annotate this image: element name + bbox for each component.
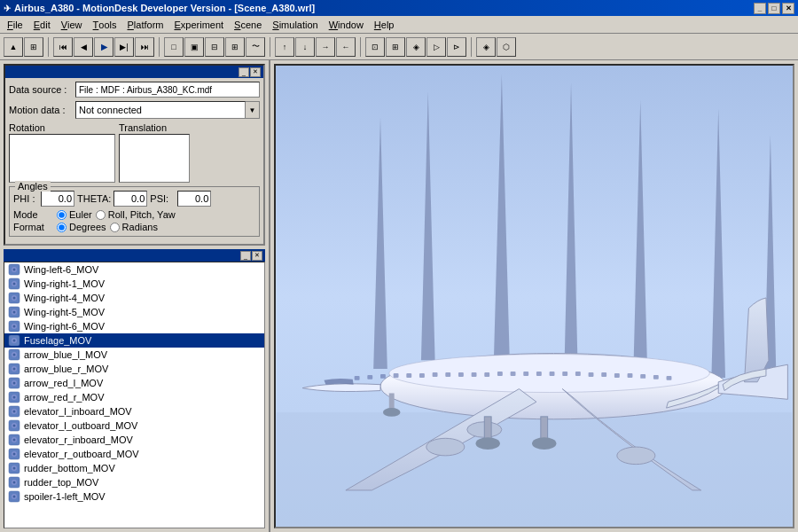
airplane-svg [276,66,793,527]
tree-item[interactable]: elevator_l_inboard_MOV [4,404,264,419]
tb-btn-rect2[interactable]: ▣ [184,37,204,57]
tree-item-label: arrow_blue_l_MOV [24,349,107,360]
main-layout: _ ✕ Data source : File : MDF : Airbus_A3… [0,60,798,532]
toolbar-group-4: ↑ ↓ → ← [275,37,356,57]
format-degrees-radio[interactable] [57,223,66,232]
tree-item[interactable]: Wing-right-5_MOV [4,305,264,319]
tree-item[interactable]: Wing-right-6_MOV [4,319,264,333]
mode-euler-radio[interactable] [57,210,66,220]
mode-row: Mode Euler Roll, Pitch, Yaw [13,209,255,220]
svg-point-17 [13,340,16,342]
menu-window[interactable]: Window [324,17,369,33]
tree-item[interactable]: arrow_blue_r_MOV [4,362,264,376]
tree-item-gear-icon [7,405,21,418]
tb-btn-arrow-up[interactable]: ▲ [4,37,23,57]
menu-tools[interactable]: Tools [88,17,122,33]
format-label: Format [13,222,53,232]
menu-scene[interactable]: Scene [229,17,267,33]
mode-label: Mode [13,209,53,220]
tb-btn-next[interactable]: ▶| [114,37,134,57]
motion-data-row: Motion data : Not connected Connected ▼ [9,101,260,119]
data-panel-close[interactable]: ✕ [250,67,261,77]
tree-item[interactable]: elevator_r_outboard_MOV [4,447,264,461]
phi-input[interactable] [41,191,74,207]
toolbar-sep-2 [159,37,160,57]
tb-btn-right[interactable]: → [316,37,335,57]
tb-btn-down[interactable]: ↓ [295,37,315,57]
tree-item[interactable]: arrow_red_r_MOV [4,390,264,404]
viewport [274,64,794,528]
motion-data-select[interactable]: Not connected Connected [75,101,246,119]
tree-panel-minimize[interactable]: _ [240,251,251,261]
maximize-button[interactable]: □ [768,3,780,14]
svg-rect-75 [406,373,411,378]
tree-item-gear-icon [7,363,21,375]
tb-btn-rect4[interactable]: ⊞ [225,37,245,57]
left-panel: _ ✕ Data source : File : MDF : Airbus_A3… [0,60,270,532]
tb-btn-hex[interactable]: ⬡ [497,37,516,57]
svg-point-11 [13,311,16,314]
tb-btn-rect3[interactable]: ⊟ [205,37,224,57]
tree-item[interactable]: Wing-left-6_MOV [4,262,264,277]
tree-item[interactable]: rudder_bottom_MOV [4,461,264,475]
svg-rect-88 [575,372,581,376]
data-panel-minimize[interactable]: _ [239,67,249,77]
mode-rpy-group: Roll, Pitch, Yaw [96,209,176,220]
tb-btn-view2[interactable]: ⊞ [386,37,405,57]
format-radians-radio[interactable] [110,223,120,232]
minimize-button[interactable]: _ [754,3,766,14]
tree-item[interactable]: Wing-right-4_MOV [4,291,264,305]
tree-panel-close[interactable]: ✕ [252,251,262,261]
tb-btn-view3[interactable]: ◈ [406,37,426,57]
tb-btn-view1[interactable]: ⊡ [365,37,385,57]
tree-item[interactable]: arrow_red_l_MOV [4,376,264,390]
tree-item[interactable]: Wing-right-1_MOV [4,277,264,291]
tree-item-gear-icon [7,434,21,446]
tb-btn-fastfwd[interactable]: ⏭ [135,37,154,57]
tree-item[interactable]: spoiler-1-left_MOV [4,489,264,504]
tb-btn-diamond[interactable]: ◈ [476,37,496,57]
motion-data-dropdown-arrow[interactable]: ▼ [246,101,260,119]
tree-item[interactable]: rudder_top_MOV [4,475,264,489]
tb-btn-play[interactable]: ▶ [94,37,113,57]
tree-item[interactable]: elevator_l_outboard_MOV [4,419,264,433]
rot-trans-row: Rotation Translation [9,122,260,183]
motion-data-label: Motion data : [9,105,75,115]
menu-help[interactable]: Help [369,17,400,33]
menu-view[interactable]: View [56,17,88,33]
close-button[interactable]: ✕ [782,3,794,14]
svg-rect-74 [394,373,399,378]
airplane-view [276,66,793,527]
tb-btn-up[interactable]: ↑ [275,37,294,57]
menu-file[interactable]: File [2,17,28,33]
tb-btn-left[interactable]: ← [336,37,356,57]
svg-point-35 [13,425,16,427]
tree-item[interactable]: elevator_r_inboard_MOV [4,433,264,447]
menu-simulation[interactable]: Simulation [267,17,323,33]
translation-label: Translation [119,122,190,133]
translation-section: Translation [119,122,190,183]
tree-item[interactable]: arrow_blue_l_MOV [4,348,264,362]
svg-rect-83 [511,372,516,376]
tb-btn-wavy[interactable]: 〜 [246,37,265,57]
tb-btn-rect1[interactable]: □ [164,37,184,57]
format-radians-group: Radians [110,222,158,232]
menu-experiment[interactable]: Experiment [168,17,229,33]
svg-point-70 [383,408,401,417]
mode-rpy-radio[interactable] [96,210,106,220]
menu-edit[interactable]: Edit [28,17,56,33]
mode-euler-label: Euler [69,209,92,220]
psi-input[interactable] [177,191,211,207]
tb-btn-grid[interactable]: ⊞ [24,37,43,57]
tree-item-gear-icon [7,348,21,361]
mode-rpy-label: Roll, Pitch, Yaw [108,209,176,220]
tb-btn-prev[interactable]: ◀ [74,37,93,57]
tb-btn-step[interactable]: ⊳ [447,37,466,57]
angles-row: PHI : THETA: PSI: [13,191,255,207]
menu-platform[interactable]: Platform [122,17,169,33]
svg-point-5 [13,283,16,286]
tb-btn-play2[interactable]: ▷ [426,37,446,57]
theta-input[interactable] [113,191,147,207]
tree-item[interactable]: Fuselage_MOV [4,333,264,348]
tb-btn-rewind[interactable]: ⏮ [53,37,73,57]
